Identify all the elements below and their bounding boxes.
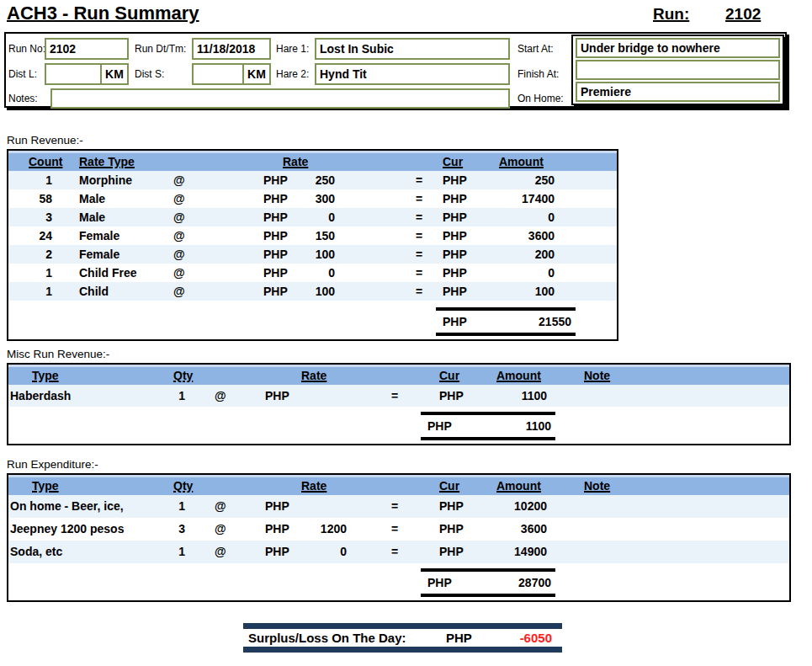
- row-currency: PHP: [439, 518, 464, 541]
- row-amount: 10200: [463, 495, 547, 518]
- row-currency: PHP: [443, 282, 467, 301]
- surplus-loss-amount: -6050: [520, 629, 552, 647]
- misc-table-header: Type Qty Rate Cur Amount Note: [8, 365, 789, 385]
- row-type: Morphine: [79, 171, 132, 189]
- row-amount: 0: [471, 208, 555, 226]
- row-count: 24: [8, 226, 52, 245]
- expenditure-table-header: Type Qty Rate Cur Amount Note: [8, 475, 789, 495]
- notes-field[interactable]: [50, 88, 510, 109]
- row-count: 2: [8, 245, 52, 264]
- row-type: Female: [79, 226, 119, 245]
- revenue-section-label: Run Revenue:-: [7, 134, 83, 147]
- table-row: 1 Child @ PHP 100 = PHP 100: [8, 282, 617, 301]
- total-currency: PHP: [427, 415, 452, 437]
- at-sign: @: [215, 518, 226, 541]
- row-qty: 1: [135, 385, 185, 407]
- equals-sign: =: [416, 282, 422, 301]
- equals-sign: =: [391, 385, 398, 407]
- equals-sign: =: [416, 226, 422, 245]
- surplus-loss-summary: Surplus/Loss On The Day: PHP -6050: [243, 623, 562, 653]
- row-type: Haberdash: [10, 385, 71, 407]
- rate-currency: PHP: [265, 495, 289, 518]
- hare2-field[interactable]: Hynd Tit: [315, 63, 510, 85]
- at-sign: @: [215, 541, 226, 563]
- col-rate: Rate: [301, 367, 326, 384]
- row-type: Soda, etc: [10, 541, 62, 563]
- row-rate: 300: [278, 189, 335, 208]
- row-amount: 100: [471, 282, 555, 301]
- run-header-number: 2102: [725, 5, 761, 24]
- footer-top-bar: [243, 623, 562, 629]
- equals-sign: =: [416, 208, 422, 226]
- finish-at-field[interactable]: [576, 60, 780, 80]
- row-rate: 0: [278, 264, 335, 282]
- col-cur: Cur: [439, 367, 459, 384]
- misc-total: PHP 1100: [421, 412, 555, 440]
- run-no-label: Run No:: [8, 38, 45, 60]
- row-rate: 0: [278, 208, 335, 226]
- run-info-panel: Run No: 2102 Run Dt/Tm: 11/18/2018 Hare …: [4, 32, 787, 108]
- finish-at-label: Finish At:: [517, 63, 559, 85]
- row-type: Child Free: [79, 264, 136, 282]
- row-type: On home - Beer, ice,: [10, 495, 124, 518]
- table-row: 1 Child Free @ PHP 0 = PHP 0: [8, 264, 617, 282]
- total-amount: 28700: [518, 572, 551, 594]
- revenue-total: PHP 21550: [436, 307, 576, 336]
- row-rate: 1200: [286, 518, 347, 541]
- equals-sign: =: [416, 245, 422, 264]
- footer-bottom-bar: [243, 647, 562, 653]
- row-amount: 17400: [471, 189, 555, 208]
- expenditure-total: PHP 28700: [421, 568, 555, 597]
- on-home-field[interactable]: Premiere: [576, 82, 780, 102]
- col-type: Type: [32, 477, 59, 494]
- col-qty: Qty: [173, 477, 193, 494]
- row-currency: PHP: [439, 385, 464, 407]
- dist-l-field[interactable]: KM: [45, 63, 129, 85]
- at-sign: @: [173, 264, 185, 282]
- at-sign: @: [173, 208, 185, 226]
- hare1-label: Hare 1:: [276, 38, 309, 60]
- dist-s-km-unit: KM: [242, 65, 269, 83]
- row-currency: PHP: [443, 189, 467, 208]
- expenditure-table: Type Qty Rate Cur Amount Note On home - …: [7, 473, 791, 602]
- col-cur: Cur: [439, 477, 459, 494]
- table-row: Haberdash 1 @ PHP = PHP 1100: [8, 385, 789, 407]
- equals-sign: =: [391, 495, 398, 518]
- equals-sign: =: [416, 171, 422, 189]
- col-rate-type: Rate Type: [79, 153, 135, 170]
- dist-s-field[interactable]: KM: [192, 63, 271, 85]
- run-no-field[interactable]: 2102: [45, 38, 129, 60]
- equals-sign: =: [416, 189, 422, 208]
- row-amount: 250: [471, 171, 555, 189]
- equals-sign: =: [391, 518, 398, 541]
- row-type: Child: [79, 282, 109, 301]
- row-qty: 1: [135, 541, 185, 563]
- hare1-field[interactable]: Lost In Subic: [315, 38, 510, 60]
- row-count: 58: [8, 189, 52, 208]
- col-note: Note: [584, 477, 610, 494]
- col-type: Type: [32, 367, 59, 384]
- notes-label: Notes:: [8, 88, 38, 109]
- run-dt-field[interactable]: 11/18/2018: [192, 38, 271, 60]
- at-sign: @: [173, 171, 185, 189]
- row-type: Male: [79, 189, 105, 208]
- run-dt-label: Run Dt/Tm:: [135, 38, 186, 60]
- dist-l-km-unit: KM: [100, 65, 127, 83]
- col-amount: Amount: [499, 153, 544, 170]
- total-amount: 21550: [539, 311, 571, 333]
- row-currency: PHP: [443, 171, 467, 189]
- row-amount: 1100: [463, 385, 547, 407]
- row-qty: 1: [135, 495, 185, 518]
- start-at-field[interactable]: Under bridge to nowhere: [576, 38, 780, 58]
- dist-s-label: Dist S:: [135, 63, 164, 85]
- table-row: 58 Male @ PHP 300 = PHP 17400: [8, 189, 617, 208]
- col-rate: Rate: [301, 477, 326, 494]
- at-sign: @: [173, 282, 185, 301]
- row-count: 1: [8, 282, 52, 301]
- surplus-loss-currency: PHP: [446, 629, 472, 647]
- row-currency: PHP: [443, 245, 467, 264]
- location-panel: Under bridge to nowhere Premiere: [571, 35, 784, 105]
- at-sign: @: [215, 385, 226, 407]
- table-row: 1 Morphine @ PHP 250 = PHP 250: [8, 171, 617, 189]
- row-rate: 100: [278, 245, 335, 264]
